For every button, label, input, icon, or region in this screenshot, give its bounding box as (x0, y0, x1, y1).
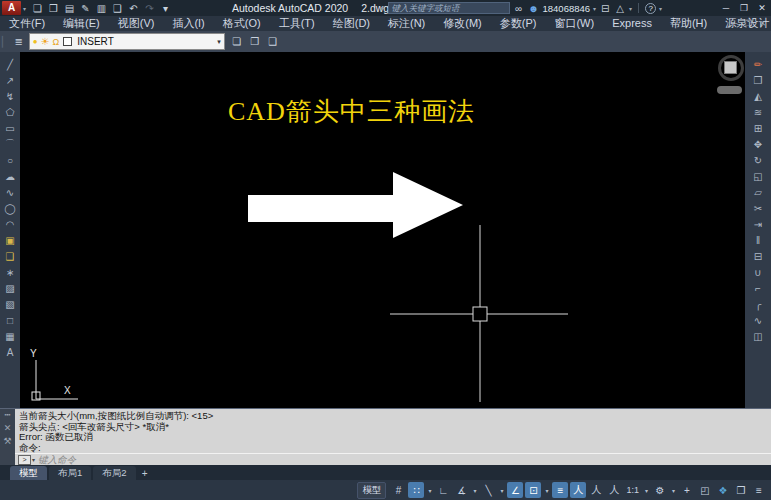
object-snap-tracking-button[interactable]: ∠ (507, 482, 523, 498)
menu-view[interactable]: 视图(V) (109, 16, 164, 31)
new-layout-button[interactable]: + (138, 466, 152, 480)
minimize-button[interactable]: ─ (719, 1, 733, 15)
isodraft-caret-icon[interactable]: ▾ (498, 487, 505, 494)
fillet-icon[interactable]: ╭ (748, 296, 768, 312)
menu-parametric[interactable]: 参数(P) (491, 16, 546, 31)
tab-layout1[interactable]: 布局1 (49, 466, 91, 480)
search-binoculars-icon[interactable]: ∞ (513, 1, 525, 15)
break-icon[interactable]: ⊟ (748, 248, 768, 264)
doc-minimize-button[interactable]: ─ (729, 18, 740, 29)
construction-line-icon[interactable]: ↗ (0, 72, 20, 88)
tab-model[interactable]: 模型 (10, 466, 47, 480)
annotation-visibility-button[interactable]: 人 (570, 482, 586, 498)
ortho-mode-button[interactable]: ∟ (435, 482, 451, 498)
stretch-icon[interactable]: ▱ (748, 184, 768, 200)
circle-icon[interactable]: ○ (0, 152, 20, 168)
open-file-icon[interactable]: ❒ (46, 1, 61, 15)
blend-curves-icon[interactable]: ∿ (748, 312, 768, 328)
isolate-objects-button[interactable]: ◰ (697, 482, 713, 498)
app-store-cart-icon[interactable]: ⊟ (599, 1, 611, 15)
close-button[interactable]: ✕ (755, 1, 769, 15)
layer-previous-icon[interactable]: ❑ (265, 33, 281, 50)
command-close-icon[interactable]: ✕ (4, 423, 12, 433)
annotation-scale-caret-icon[interactable]: ▾ (643, 487, 650, 494)
navigation-bar-pill[interactable] (717, 86, 742, 94)
grid-display-button[interactable]: # (390, 482, 406, 498)
lineweight-button[interactable]: ≡ (552, 482, 568, 498)
account-caret-icon[interactable]: ▾ (593, 5, 596, 12)
layer-combo-caret-icon[interactable]: ▾ (217, 38, 221, 46)
layer-properties-icon[interactable]: ≣ (11, 33, 27, 50)
polar-caret-icon[interactable]: ▾ (471, 487, 478, 494)
multiline-text-icon[interactable]: A (0, 344, 20, 360)
mirror-icon[interactable]: ◭ (748, 88, 768, 104)
annotation-scale-monitor-button[interactable]: 人 (606, 482, 622, 498)
chamfer-icon[interactable]: ⌐ (748, 280, 768, 296)
save-icon[interactable]: ▤ (62, 1, 77, 15)
region-icon[interactable]: □ (0, 312, 20, 328)
snap-caret-icon[interactable]: ▾ (426, 487, 433, 494)
object-snap-button[interactable]: ⊡ (525, 482, 541, 498)
help-icon[interactable]: ? (645, 3, 656, 14)
new-file-icon[interactable]: ❏ (30, 1, 45, 15)
isometric-drafting-button[interactable]: ╲ (480, 482, 496, 498)
erase-icon[interactable]: ✏ (748, 56, 768, 72)
signed-in-user-id[interactable]: 184068846 (543, 3, 591, 14)
polygon-icon[interactable]: ⬠ (0, 104, 20, 120)
help-search-input[interactable] (388, 2, 510, 14)
command-input[interactable] (38, 454, 771, 465)
stay-connected-icon[interactable]: △ (614, 1, 626, 15)
rotate-icon[interactable]: ↻ (748, 152, 768, 168)
command-grip[interactable]: ┅ (5, 410, 10, 420)
polar-tracking-button[interactable]: ∡ (453, 482, 469, 498)
command-prompt-icon[interactable]: > (18, 455, 31, 465)
polyline-icon[interactable]: ↯ (0, 88, 20, 104)
maximize-button[interactable]: ❐ (737, 1, 751, 15)
revision-cloud-icon[interactable]: ☁ (0, 168, 20, 184)
toolbar-grip[interactable]: ▏ (2, 36, 10, 47)
workspace-caret-icon[interactable]: ▾ (670, 487, 677, 494)
scale-icon[interactable]: ◱ (748, 168, 768, 184)
menu-file[interactable]: 文件(F) (0, 16, 54, 31)
menu-window[interactable]: 窗口(W) (545, 16, 603, 31)
hardware-acceleration-button[interactable]: ❖ (715, 482, 731, 498)
quick-measure-button[interactable]: + (679, 482, 695, 498)
make-object-layer-current-icon[interactable]: ❏ (229, 33, 245, 50)
insert-block-icon[interactable]: ▣ (0, 232, 20, 248)
account-person-icon[interactable]: ☻ (528, 1, 540, 15)
workspace-switching-gear-icon[interactable]: ⚙ (652, 482, 668, 498)
break-at-point-icon[interactable]: ‖ (748, 232, 768, 248)
table-icon[interactable]: ▦ (0, 328, 20, 344)
ellipse-arc-icon[interactable]: ◠ (0, 216, 20, 232)
status-customization-menu-button[interactable]: ≡ (751, 482, 767, 498)
menu-insert[interactable]: 插入(I) (163, 16, 213, 31)
layer-on-bulb-icon[interactable]: ● (33, 37, 38, 46)
menu-express[interactable]: Express (603, 16, 661, 31)
plot-icon[interactable]: ▥ (94, 1, 109, 15)
menu-draw[interactable]: 绘图(D) (324, 16, 379, 31)
menu-modify[interactable]: 修改(M) (434, 16, 491, 31)
explode-icon[interactable]: ◫ (748, 328, 768, 344)
rectangle-icon[interactable]: ▭ (0, 120, 20, 136)
layer-color-swatch[interactable] (63, 37, 72, 46)
command-customize-wrench-icon[interactable]: ⚒ (3, 436, 11, 446)
move-icon[interactable]: ✥ (748, 136, 768, 152)
doc-restore-button[interactable]: ❐ (743, 18, 754, 29)
layer-combo[interactable]: ● ☀ Ω INSERT ▾ (29, 33, 225, 50)
spline-icon[interactable]: ∿ (0, 184, 20, 200)
logo-caret-icon[interactable]: ▾ (23, 5, 26, 12)
menu-help[interactable]: 帮助(H) (661, 16, 716, 31)
layer-unlock-icon[interactable]: Ω (53, 37, 60, 47)
stay-connected-caret-icon[interactable]: ▾ (629, 5, 632, 12)
menu-tools[interactable]: 工具(T) (270, 16, 324, 31)
annotation-scale-button[interactable]: 1:1 (624, 482, 641, 498)
point-icon[interactable]: ∗ (0, 264, 20, 280)
autocad-logo-icon[interactable]: A (2, 1, 21, 15)
drawing-canvas[interactable]: CAD箭头中三种画法 Y X (20, 52, 745, 408)
save-as-icon[interactable]: ✎ (78, 1, 93, 15)
menu-dimension[interactable]: 标注(N) (379, 16, 434, 31)
array-icon[interactable]: ⊞ (748, 120, 768, 136)
annotation-autoscale-button[interactable]: 人 (588, 482, 604, 498)
undo-icon[interactable]: ↶ (126, 1, 141, 15)
copy-icon[interactable]: ❐ (748, 72, 768, 88)
